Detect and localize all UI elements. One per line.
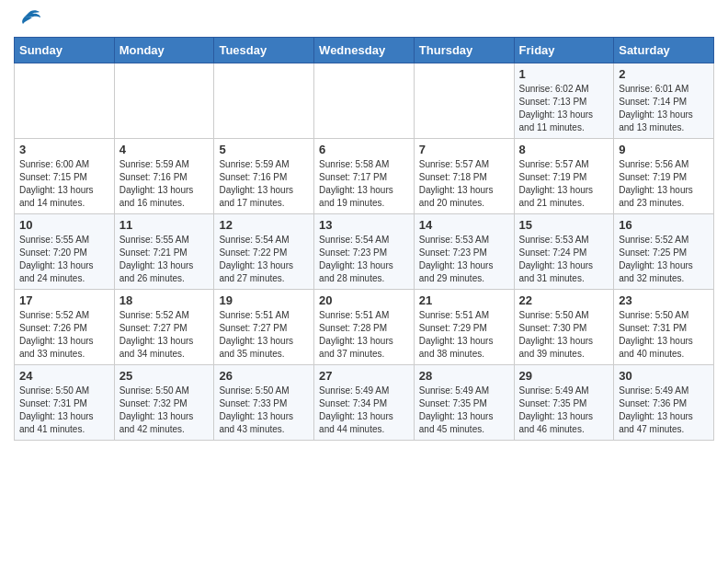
day-info: Sunrise: 5:52 AM Sunset: 7:25 PM Dayligh… [619,234,709,285]
day-info: Sunrise: 5:50 AM Sunset: 7:32 PM Dayligh… [119,385,210,436]
day-number: 7 [419,143,509,156]
calendar-day-cell: 4Sunrise: 5:59 AM Sunset: 7:16 PM Daylig… [114,139,214,214]
day-info: Sunrise: 6:02 AM Sunset: 7:13 PM Dayligh… [519,83,609,134]
day-number: 14 [419,218,509,232]
calendar-day-cell: 24Sunrise: 5:50 AM Sunset: 7:31 PM Dayli… [15,365,115,441]
weekday-header: Sunday [15,38,115,63]
logo-bird-icon [16,9,41,29]
calendar-day-cell: 29Sunrise: 5:49 AM Sunset: 7:35 PM Dayli… [514,365,614,441]
day-info: Sunrise: 5:49 AM Sunset: 7:35 PM Dayligh… [519,385,609,436]
calendar-day-cell: 20Sunrise: 5:51 AM Sunset: 7:28 PM Dayli… [314,290,415,365]
calendar-day-cell: 5Sunrise: 5:59 AM Sunset: 7:16 PM Daylig… [214,139,314,214]
calendar-week-row: 17Sunrise: 5:52 AM Sunset: 7:26 PM Dayli… [15,290,714,365]
day-info: Sunrise: 5:50 AM Sunset: 7:31 PM Dayligh… [19,385,109,436]
day-number: 19 [219,293,309,307]
day-info: Sunrise: 6:01 AM Sunset: 7:14 PM Dayligh… [619,83,709,134]
day-number: 8 [519,143,609,156]
page-container: SundayMondayTuesdayWednesdayThursdayFrid… [0,0,728,450]
day-info: Sunrise: 5:55 AM Sunset: 7:20 PM Dayligh… [19,234,109,285]
day-number: 4 [119,143,210,156]
day-number: 6 [319,143,409,156]
calendar-day-cell: 28Sunrise: 5:49 AM Sunset: 7:35 PM Dayli… [414,365,514,441]
day-number: 22 [519,293,609,307]
day-number: 28 [419,369,509,383]
calendar-day-cell: 6Sunrise: 5:58 AM Sunset: 7:17 PM Daylig… [314,139,415,214]
day-info: Sunrise: 5:51 AM Sunset: 7:29 PM Dayligh… [419,309,509,361]
day-number: 15 [519,218,609,232]
calendar-day-cell: 3Sunrise: 6:00 AM Sunset: 7:15 PM Daylig… [15,139,115,214]
day-number: 26 [219,369,309,383]
day-info: Sunrise: 5:57 AM Sunset: 7:18 PM Dayligh… [419,158,509,210]
day-number: 18 [119,293,210,307]
calendar-week-row: 10Sunrise: 5:55 AM Sunset: 7:20 PM Dayli… [15,214,714,290]
calendar-day-cell: 15Sunrise: 5:53 AM Sunset: 7:24 PM Dayli… [514,214,614,290]
day-info: Sunrise: 5:53 AM Sunset: 7:24 PM Dayligh… [519,234,609,285]
weekday-header: Tuesday [214,38,314,63]
calendar-day-cell: 21Sunrise: 5:51 AM Sunset: 7:29 PM Dayli… [414,290,514,365]
calendar-day-cell: 14Sunrise: 5:53 AM Sunset: 7:23 PM Dayli… [414,214,514,290]
calendar-header-row: SundayMondayTuesdayWednesdayThursdayFrid… [15,38,714,63]
calendar-day-cell: 1Sunrise: 6:02 AM Sunset: 7:13 PM Daylig… [514,63,614,139]
day-info: Sunrise: 5:52 AM Sunset: 7:26 PM Dayligh… [19,309,109,361]
calendar-day-cell: 23Sunrise: 5:50 AM Sunset: 7:31 PM Dayli… [614,290,714,365]
day-info: Sunrise: 5:59 AM Sunset: 7:16 PM Dayligh… [119,158,210,210]
calendar-day-cell: 26Sunrise: 5:50 AM Sunset: 7:33 PM Dayli… [214,365,314,441]
calendar-day-cell: 17Sunrise: 5:52 AM Sunset: 7:26 PM Dayli… [15,290,115,365]
weekday-header: Saturday [614,38,714,63]
day-number: 17 [19,293,109,307]
day-number: 29 [519,369,609,383]
day-info: Sunrise: 5:51 AM Sunset: 7:28 PM Dayligh… [319,309,409,361]
calendar-week-row: 24Sunrise: 5:50 AM Sunset: 7:31 PM Dayli… [15,365,714,441]
calendar-day-cell: 22Sunrise: 5:50 AM Sunset: 7:30 PM Dayli… [514,290,614,365]
day-info: Sunrise: 5:56 AM Sunset: 7:19 PM Dayligh… [619,158,709,210]
day-number: 30 [619,369,709,383]
day-number: 23 [619,293,709,307]
calendar-day-cell [114,63,214,139]
logo [14,9,41,29]
day-info: Sunrise: 5:53 AM Sunset: 7:23 PM Dayligh… [419,234,509,285]
calendar-day-cell: 12Sunrise: 5:54 AM Sunset: 7:22 PM Dayli… [214,214,314,290]
day-info: Sunrise: 5:50 AM Sunset: 7:30 PM Dayligh… [519,309,609,361]
weekday-header: Thursday [414,38,514,63]
day-number: 13 [319,218,409,232]
day-info: Sunrise: 5:58 AM Sunset: 7:17 PM Dayligh… [319,158,409,210]
day-number: 25 [119,369,210,383]
day-info: Sunrise: 5:54 AM Sunset: 7:23 PM Dayligh… [319,234,409,285]
day-number: 3 [19,143,109,156]
weekday-header: Friday [514,38,614,63]
day-number: 27 [319,369,409,383]
calendar-day-cell [15,63,115,139]
day-number: 16 [619,218,709,232]
calendar-day-cell: 19Sunrise: 5:51 AM Sunset: 7:27 PM Dayli… [214,290,314,365]
calendar-day-cell: 25Sunrise: 5:50 AM Sunset: 7:32 PM Dayli… [114,365,214,441]
day-info: Sunrise: 6:00 AM Sunset: 7:15 PM Dayligh… [19,158,109,210]
calendar-day-cell: 8Sunrise: 5:57 AM Sunset: 7:19 PM Daylig… [514,139,614,214]
header [14,9,714,29]
calendar-week-row: 3Sunrise: 6:00 AM Sunset: 7:15 PM Daylig… [15,139,714,214]
day-info: Sunrise: 5:50 AM Sunset: 7:31 PM Dayligh… [619,309,709,361]
calendar-day-cell [314,63,415,139]
day-info: Sunrise: 5:55 AM Sunset: 7:21 PM Dayligh… [119,234,210,285]
day-number: 21 [419,293,509,307]
calendar-day-cell [214,63,314,139]
calendar-day-cell: 7Sunrise: 5:57 AM Sunset: 7:18 PM Daylig… [414,139,514,214]
day-number: 20 [319,293,409,307]
day-number: 24 [19,369,109,383]
day-number: 11 [119,218,210,232]
calendar-day-cell [414,63,514,139]
calendar-day-cell: 10Sunrise: 5:55 AM Sunset: 7:20 PM Dayli… [15,214,115,290]
day-info: Sunrise: 5:49 AM Sunset: 7:36 PM Dayligh… [619,385,709,436]
day-info: Sunrise: 5:59 AM Sunset: 7:16 PM Dayligh… [219,158,309,210]
calendar-day-cell: 16Sunrise: 5:52 AM Sunset: 7:25 PM Dayli… [614,214,714,290]
day-number: 1 [519,67,609,81]
day-number: 9 [619,143,709,156]
day-info: Sunrise: 5:57 AM Sunset: 7:19 PM Dayligh… [519,158,609,210]
day-info: Sunrise: 5:51 AM Sunset: 7:27 PM Dayligh… [219,309,309,361]
calendar-day-cell: 30Sunrise: 5:49 AM Sunset: 7:36 PM Dayli… [614,365,714,441]
weekday-header: Monday [114,38,214,63]
calendar-day-cell: 9Sunrise: 5:56 AM Sunset: 7:19 PM Daylig… [614,139,714,214]
day-info: Sunrise: 5:52 AM Sunset: 7:27 PM Dayligh… [119,309,210,361]
day-info: Sunrise: 5:49 AM Sunset: 7:35 PM Dayligh… [419,385,509,436]
calendar-day-cell: 13Sunrise: 5:54 AM Sunset: 7:23 PM Dayli… [314,214,415,290]
calendar-table: SundayMondayTuesdayWednesdayThursdayFrid… [14,37,714,441]
